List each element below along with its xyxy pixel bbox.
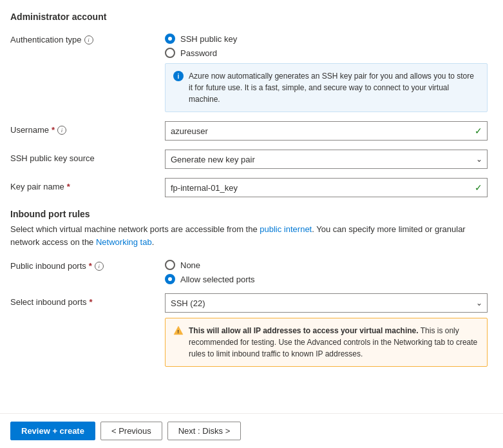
ssh-source-label: SSH public key source: [10, 150, 165, 163]
footer: Review + create < Previous Next : Disks …: [0, 413, 503, 448]
radio-allow-label: Allow selected ports: [180, 275, 255, 284]
username-checkmark-icon: ✓: [475, 126, 482, 136]
select-ports-wrapper: SSH (22) HTTP (80) HTTPS (443) RDP (3389…: [165, 293, 488, 313]
key-pair-input[interactable]: [165, 178, 488, 197]
public-inbound-row: Public inbound ports * i None Allow sele…: [10, 257, 488, 284]
info-box-icon: i: [173, 71, 184, 81]
ssh-source-control: Generate new key pair Use existing key s…: [165, 150, 488, 169]
username-row: Username * i ✓: [10, 121, 488, 141]
radio-allow-input[interactable]: [165, 274, 175, 284]
ssh-source-row: SSH public key source Generate new key p…: [10, 150, 488, 169]
username-info-icon[interactable]: i: [57, 126, 66, 135]
username-required: *: [52, 125, 55, 135]
warning-bold-text: This will allow all IP addresses to acce…: [189, 326, 419, 335]
radio-ssh[interactable]: SSH public key: [165, 34, 488, 44]
info-box-text: Azure now automatically generates an SSH…: [189, 70, 479, 105]
review-create-button[interactable]: Review + create: [10, 422, 95, 440]
key-pair-input-wrapper: ✓: [165, 178, 488, 197]
select-ports-required: *: [90, 297, 93, 307]
ssh-source-select[interactable]: Generate new key pair Use existing key s…: [165, 150, 488, 169]
warning-box: ! This will allow all IP addresses to ac…: [165, 318, 488, 367]
inbound-radio-group: None Allow selected ports: [165, 257, 488, 284]
networking-tab-link[interactable]: Networking tab: [96, 237, 152, 247]
radio-none[interactable]: None: [165, 260, 488, 270]
username-control: ✓: [165, 121, 488, 141]
radio-allow[interactable]: Allow selected ports: [165, 274, 488, 284]
inbound-divider: Inbound port rules Select which virtual …: [10, 209, 488, 248]
auth-type-row: Authentication type i SSH public key Pas…: [10, 31, 488, 112]
radio-password[interactable]: Password: [165, 48, 488, 58]
public-inbound-label: Public inbound ports * i: [10, 257, 165, 271]
key-pair-required: *: [67, 182, 70, 191]
radio-none-label: None: [180, 260, 200, 270]
public-inbound-required: *: [89, 261, 92, 271]
select-ports-row: Select inbound ports * SSH (22) HTTP (80…: [10, 293, 488, 367]
select-ports-select[interactable]: SSH (22) HTTP (80) HTTPS (443) RDP (3389…: [165, 293, 488, 313]
radio-ssh-input[interactable]: [165, 34, 175, 44]
select-ports-label: Select inbound ports *: [10, 293, 165, 307]
username-input[interactable]: [165, 121, 488, 141]
key-pair-row: Key pair name * ✓: [10, 178, 488, 197]
username-input-wrapper: ✓: [165, 121, 488, 141]
public-internet-link: public internet: [260, 224, 312, 234]
ssh-info-box: i Azure now automatically generates an S…: [165, 63, 488, 112]
admin-section-title: Administrator account: [10, 12, 488, 22]
public-inbound-control: None Allow selected ports: [165, 257, 488, 284]
next-button[interactable]: Next : Disks >: [167, 422, 242, 440]
radio-ssh-label: SSH public key: [180, 34, 237, 44]
auth-type-radio-group: SSH public key Password: [165, 31, 488, 58]
radio-password-input[interactable]: [165, 48, 175, 58]
username-label: Username * i: [10, 121, 165, 135]
auth-type-info-icon[interactable]: i: [84, 35, 93, 44]
auth-type-label: Authentication type i: [10, 31, 165, 44]
public-inbound-info-icon[interactable]: i: [95, 262, 104, 271]
svg-text:!: !: [177, 329, 179, 335]
previous-button[interactable]: < Previous: [100, 422, 162, 440]
radio-none-input[interactable]: [165, 260, 175, 270]
select-ports-control: SSH (22) HTTP (80) HTTPS (443) RDP (3389…: [165, 293, 488, 367]
key-pair-label: Key pair name *: [10, 178, 165, 191]
main-content: Administrator account Authentication typ…: [0, 0, 503, 413]
warning-text: This will allow all IP addresses to acce…: [189, 325, 479, 360]
radio-password-label: Password: [180, 48, 217, 58]
ssh-source-select-wrapper: Generate new key pair Use existing key s…: [165, 150, 488, 169]
warning-triangle-icon: !: [173, 326, 184, 336]
inbound-desc: Select which virtual machine network por…: [10, 223, 488, 248]
inbound-title: Inbound port rules: [10, 209, 488, 219]
key-pair-checkmark-icon: ✓: [475, 182, 482, 193]
key-pair-control: ✓: [165, 178, 488, 197]
auth-type-control: SSH public key Password i Azure now auto…: [165, 31, 488, 112]
